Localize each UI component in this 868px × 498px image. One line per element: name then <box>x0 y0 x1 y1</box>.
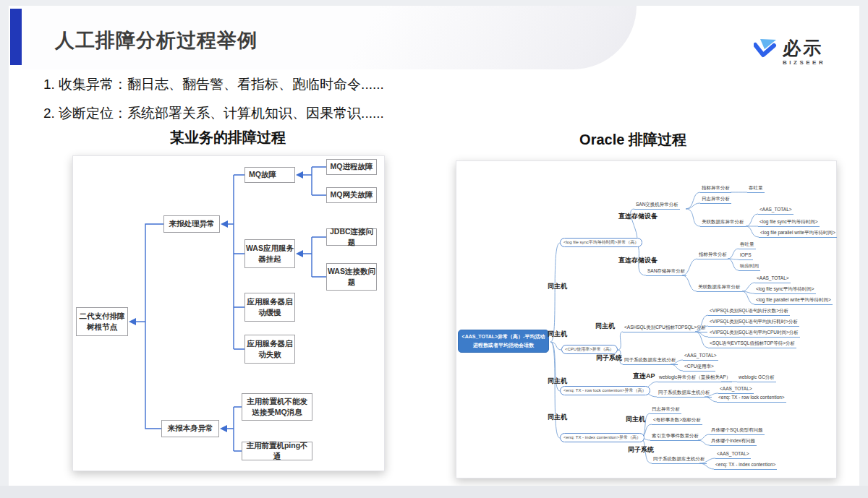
mindmap-root-node: <AAS_TOTAL>异常（高）-平均活动进程数或者平均活动会话数 <box>458 330 549 353</box>
node-row-lock-contention: <enq: TX - row lock contention>异常（高） <box>560 386 650 395</box>
leaf-response-time: 响应时间 <box>739 263 760 271</box>
tree-node-front-mq: 主用前置机不能发送接受MQ消息 <box>242 393 312 421</box>
node-index-contention: <enq: TX - index contention>异常（高） <box>560 433 644 442</box>
leaf-log-file-parallel-1: <log file parallel write平均等待时间> <box>759 230 837 238</box>
tree-node-appserver-slow: 应用服务器启动缓慢 <box>244 293 295 322</box>
leaf-sql-evtsql-top-wait: <SQL语句EVTSQL值指标TOP等待>分析 <box>708 340 796 348</box>
footer-band <box>0 486 868 498</box>
node-subsys-db-host-2: 同子系统数据库主机分析 <box>623 357 678 365</box>
edge-label-subsys-2: 同子系统 <box>596 353 622 363</box>
right-diagram-title: Oracle 排障过程 <box>539 130 727 150</box>
leaf-which-index: 具体哪个index有问题 <box>710 438 757 446</box>
leaf-vipsql-exec-count: <VIPSQL类别SQL语句执行次数>分析 <box>708 308 790 316</box>
node-subsys-db-host-3: 同子系统数据库主机分析 <box>657 390 712 398</box>
leaf-aas-total-1: <AAS_TOTAL> <box>758 207 793 215</box>
tree-node-jdbc: JDBC连接问题 <box>326 228 377 246</box>
leaf-index-contention: <enq: TX - index contention> <box>714 462 777 470</box>
leaf-which-sql-type: 具体哪个SQL类型有问题 <box>710 427 765 435</box>
node-log-analysis-top: 日志异常分析 <box>700 196 731 204</box>
bullet-collect-anomaly: 1. 收集异常：翻日志、翻告警、看指标、跑临时命令...... <box>43 75 384 94</box>
leaf-log-file-parallel-2: <log file parallel write平均等待时间> <box>754 297 833 305</box>
node-log-file-sync: <log file sync平均等待时间>异常（高） <box>560 238 642 247</box>
leaf-iops: IOPS <box>739 252 753 260</box>
node-weblogic-analysis: weblogic异常分析（直接相关AP） <box>658 374 732 382</box>
leaf-log-file-sync-wait-2: <log file sync平均等待时间> <box>754 286 816 294</box>
node-tps-metric-analysis: <每秒事务数>指标分析 <box>652 417 702 425</box>
leaf-aas-total-5: <AAS_TOTAL> <box>715 451 751 459</box>
tree-node-appserver-fail: 应用服务器启动失败 <box>244 335 295 364</box>
business-tree-panel: 二代支付排障树根节点 来报处理异常 来报本身异常 MQ故障 WAS应用服务器挂起… <box>72 155 385 471</box>
node-index-contention-count: 索引竞争事件数量分析 <box>650 433 700 441</box>
bizseer-logo-icon <box>754 39 777 64</box>
bizseer-logo: 必示 BIZSEER <box>754 39 825 66</box>
node-ashsql-topsql: <ASHSQL类别CPU指标TOPSQL>分析 <box>623 325 707 332</box>
edge-label-same-host-2: 同主机 <box>548 330 567 339</box>
node-log-analysis-4: 日志异常分析 <box>650 406 681 414</box>
node-san-switch-analysis: SAN交换机异常分析 <box>634 202 680 210</box>
node-metric-analysis-top: 指标异常分析 <box>700 185 731 193</box>
title-accent-bar <box>10 9 22 65</box>
node-san-storage-analysis: SAN存储异常分析 <box>646 268 686 276</box>
edge-label-das-top: 直连存储设备 <box>618 212 658 221</box>
logo-subtext: BIZSEER <box>783 59 825 66</box>
leaf-vipsql-avg-cpu: <VIPSQL类别SQL语句平均CPU时间>分析 <box>708 330 800 338</box>
leaf-weblogic-gc: weblogic GC分析 <box>737 374 776 382</box>
edge-label-direct-ap: 直连AP <box>633 372 655 381</box>
page-title: 人工排障分析过程举例 <box>55 27 258 53</box>
leaf-log-file-sync-wait-1: <log file sync平均等待时间> <box>758 219 820 227</box>
node-subsys-db-host-4: 同子系统数据库主机分析 <box>652 456 707 464</box>
edge-label-das-bottom: 直连存储设备 <box>618 256 658 265</box>
leaf-vipsql-avg-time: <VIPSQL类别SQL语句平均执行耗时>分析 <box>708 319 799 327</box>
tree-node-root: 二代支付排障树根节点 <box>76 307 128 336</box>
tree-node-mq-process: MQ进程故障 <box>326 159 377 175</box>
edge-label-same-host-1: 同主机 <box>548 282 567 291</box>
node-related-db-top: 关联数据库异常分析 <box>700 219 746 227</box>
tree-node-report-itself: 来报本身异常 <box>161 420 219 437</box>
tree-node-was-hang: WAS应用服务器挂起 <box>244 239 295 268</box>
edge-label-same-host-4: 同主机 <box>548 413 567 422</box>
leaf-aas-total-4: <AAS_TOTAL> <box>718 386 754 394</box>
node-metric-analysis-bottom: 指标异常分析 <box>697 252 728 259</box>
edge-label-subsys-4: 同子系统 <box>628 445 654 455</box>
leaf-throughput-top: 吞吐量 <box>747 185 765 193</box>
node-related-db-bottom: 关联数据库异常分析 <box>697 284 742 292</box>
leaf-aas-total-2: <AAS_TOTAL> <box>755 275 791 283</box>
tree-node-mq-fault: MQ故障 <box>244 167 295 183</box>
tree-node-was-conn: WAS连接数问题 <box>326 263 377 291</box>
tree-node-report-handling: 来报处理异常 <box>163 215 220 233</box>
leaf-throughput-bottom: 吞吐量 <box>739 241 756 249</box>
tree-node-front-ping: 主用前置机ping不通 <box>242 442 312 460</box>
logo-name: 必示 <box>783 39 825 57</box>
leaf-cpu-usage: <CPU使用率> <box>683 364 715 372</box>
leaf-aas-total-3: <AAS_TOTAL> <box>683 353 718 361</box>
left-diagram-title: 某业务的排障过程 <box>134 128 322 147</box>
edge-label-same-host-3: 同主机 <box>548 377 567 386</box>
edge-label-same-host-4a: 同主机 <box>626 415 645 424</box>
leaf-row-lock-contention: <enq: TX - row lock contention> <box>717 395 786 403</box>
bizseer-logo-text: 必示 BIZSEER <box>783 39 825 66</box>
bullet-diagnose-locate: 2. 诊断定位：系统部署关系、计算机知识、因果常识...... <box>43 104 384 123</box>
edge-label-same-host-2a: 同主机 <box>595 322 615 331</box>
oracle-mindmap-panel: <AAS_TOTAL>异常（高）-平均活动进程数或者平均活动会话数 同主机 <l… <box>456 160 837 478</box>
tree-node-mq-gateway: MQ网关故障 <box>326 187 377 203</box>
